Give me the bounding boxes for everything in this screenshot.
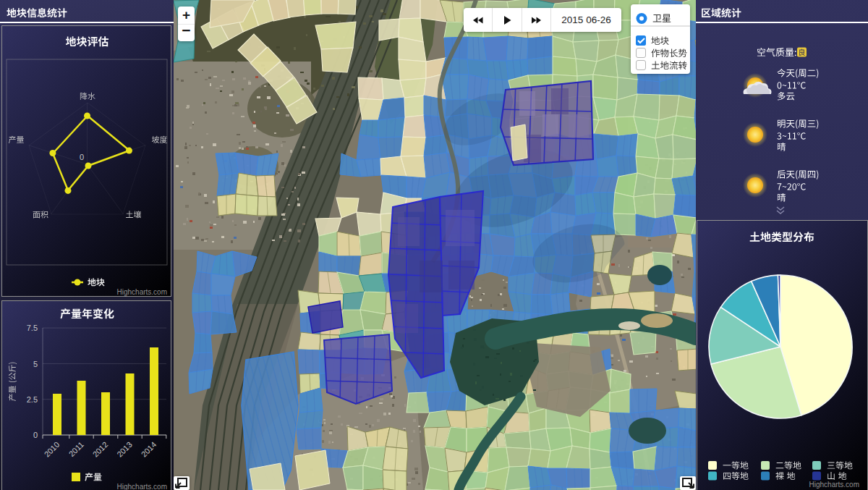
svg-text:2010: 2010: [43, 440, 61, 459]
svg-text:2014: 2014: [140, 440, 158, 459]
svg-text:0: 0: [33, 431, 38, 439]
svg-text:2013: 2013: [115, 440, 134, 459]
svg-text:2011: 2011: [67, 440, 85, 458]
svg-text:Highcharts.com: Highcharts.com: [117, 288, 167, 296]
svg-text:Highcharts.com: Highcharts.com: [117, 483, 167, 490]
svg-text:5: 5: [33, 360, 38, 368]
svg-text:0: 0: [80, 153, 84, 161]
svg-text:2012: 2012: [91, 440, 110, 459]
svg-text:Highcharts.com: Highcharts.com: [809, 481, 859, 489]
svg-text:7.5: 7.5: [27, 324, 38, 332]
svg-text:2.5: 2.5: [27, 395, 38, 404]
